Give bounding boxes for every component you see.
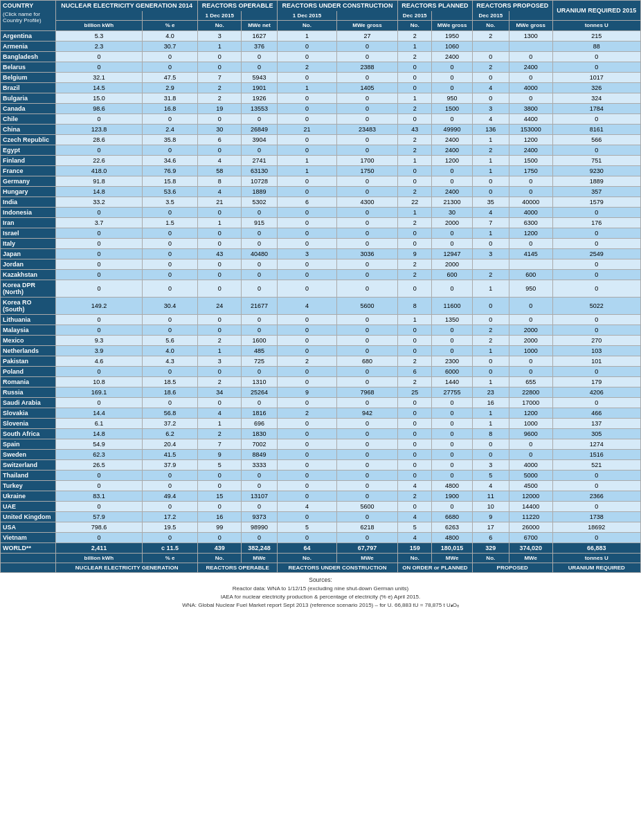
country-name[interactable]: Pakistan [1, 356, 56, 366]
country-name[interactable]: Slovakia [1, 408, 56, 418]
pl-no-cell: 1 [398, 314, 432, 325]
op-mwe-cell: 5302 [242, 197, 278, 207]
country-name[interactable]: Jordan [1, 259, 56, 269]
bkwh-cell: 14.8 [56, 428, 143, 439]
country-name[interactable]: Ukraine [1, 491, 56, 501]
con-no-cell: 0 [277, 439, 336, 449]
uranium-cell: 0 [552, 397, 640, 408]
country-name[interactable]: Slovenia [1, 418, 56, 428]
country-name[interactable]: Japan [1, 248, 56, 259]
pl-no-cell: 4 [398, 511, 432, 522]
country-name[interactable]: Korea RO (South) [1, 297, 56, 314]
country-name[interactable]: Bulgaria [1, 93, 56, 103]
country-name[interactable]: Bangladesh [1, 51, 56, 62]
pct-cell: 34.6 [142, 155, 197, 165]
pl-no-cell: 0 [398, 397, 432, 408]
uranium-cell: 4206 [552, 387, 640, 397]
country-name[interactable]: China [1, 124, 56, 134]
country-name[interactable]: Spain [1, 439, 56, 449]
pl-no-cell: 0 [398, 72, 432, 82]
country-name[interactable]: South Africa [1, 428, 56, 439]
con-mwe-cell: 0 [336, 532, 397, 542]
pl-mwe-cell: 27755 [432, 387, 473, 397]
pl-mwe-cell: 0 [432, 82, 473, 93]
country-name[interactable]: Italy [1, 238, 56, 248]
pl-no-cell: 2 [398, 186, 432, 197]
pro-date: Dec 2015 [472, 11, 509, 21]
country-name[interactable]: Netherlands [1, 345, 56, 356]
reactors-proposed-header: REACTORS PROPOSED [472, 1, 552, 11]
country-name[interactable]: Brazil [1, 82, 56, 93]
pro-mwe-cell: 4145 [509, 248, 552, 259]
pro-mwe-cell: 6300 [509, 217, 552, 228]
uranium-cell: 1738 [552, 511, 640, 522]
country-name[interactable]: Israel [1, 228, 56, 238]
footer-category-row: NUCLEAR ELECTRICITY GENERATION REACTORS … [1, 563, 641, 572]
op-mwe-cell: 0 [242, 470, 278, 480]
pro-no-cell: 2 [472, 335, 509, 345]
op-no-cell: 99 [198, 522, 242, 532]
op-no-cell: 0 [198, 62, 242, 72]
country-name[interactable]: Finland [1, 155, 56, 165]
bkwh-cell: 0 [56, 480, 143, 491]
country-name[interactable]: Saudi Arabia [1, 397, 56, 408]
country-name[interactable]: Chile [1, 113, 56, 124]
country-name[interactable]: Poland [1, 366, 56, 376]
country-name[interactable]: Indonesia [1, 207, 56, 217]
con-mwe-cell: 0 [336, 314, 397, 325]
country-name[interactable]: Russia [1, 387, 56, 397]
op-mwe-cell: 0 [242, 501, 278, 511]
country-name[interactable]: Sweden [1, 449, 56, 459]
country-name[interactable]: Iran [1, 217, 56, 228]
country-name[interactable]: Korea DPR (North) [1, 280, 56, 297]
op-mwe-cell: 0 [242, 207, 278, 217]
bkwh-cell: 22.6 [56, 155, 143, 165]
country-name[interactable]: USA [1, 522, 56, 532]
country-name[interactable]: Turkey [1, 480, 56, 491]
pro-mwe-cell: 1500 [509, 155, 552, 165]
country-name[interactable]: Malaysia [1, 325, 56, 335]
country-name[interactable]: Lithuania [1, 314, 56, 325]
uranium-cell: 0 [552, 62, 640, 72]
con-no-cell: 0 [277, 345, 336, 356]
con-no-cell: 0 [277, 93, 336, 103]
country-name[interactable]: Switzerland [1, 459, 56, 470]
pro-no-cell: 23 [472, 387, 509, 397]
country-name[interactable]: Egypt [1, 145, 56, 155]
pl-no-cell: 2 [398, 217, 432, 228]
con-no-cell: 0 [277, 480, 336, 491]
footer-pct: % e [142, 553, 197, 563]
uranium-cell: 5022 [552, 297, 640, 314]
country-name[interactable]: United Kingdom [1, 511, 56, 522]
op-no-cell: 2 [198, 428, 242, 439]
pl-no-cell: 0 [398, 408, 432, 418]
country-name[interactable]: Germany [1, 176, 56, 186]
op-mwe-cell: 0 [242, 366, 278, 376]
pro-no-cell: 0 [472, 93, 509, 103]
country-name[interactable]: Czech Republic [1, 134, 56, 145]
country-name[interactable]: Thailand [1, 470, 56, 480]
country-name[interactable]: Vietnam [1, 532, 56, 542]
op-mwe-cell: 9373 [242, 511, 278, 522]
country-name[interactable]: Kazakhstan [1, 269, 56, 280]
country-name[interactable]: UAE [1, 501, 56, 511]
pl-mwe-cell: 0 [432, 397, 473, 408]
con-no-cell: 4 [277, 501, 336, 511]
country-name[interactable]: Mexico [1, 335, 56, 345]
uranium-cell: 66,883 [552, 542, 640, 553]
country-name[interactable]: Canada [1, 103, 56, 113]
op-mwe-cell: 725 [242, 356, 278, 366]
op-no-cell: 0 [198, 314, 242, 325]
country-name[interactable]: France [1, 165, 56, 176]
country-name[interactable]: Hungary [1, 186, 56, 197]
country-name[interactable]: Romania [1, 376, 56, 387]
country-name[interactable]: WORLD** [1, 542, 56, 553]
country-name[interactable]: Armenia [1, 41, 56, 51]
uranium-cell: 215 [552, 30, 640, 41]
country-name[interactable]: India [1, 197, 56, 207]
country-name[interactable]: Belgium [1, 72, 56, 82]
country-name[interactable]: Belarus [1, 62, 56, 72]
pl-no-cell: 0 [398, 325, 432, 335]
uranium-cell: 2366 [552, 491, 640, 501]
country-name[interactable]: Argentina [1, 30, 56, 41]
